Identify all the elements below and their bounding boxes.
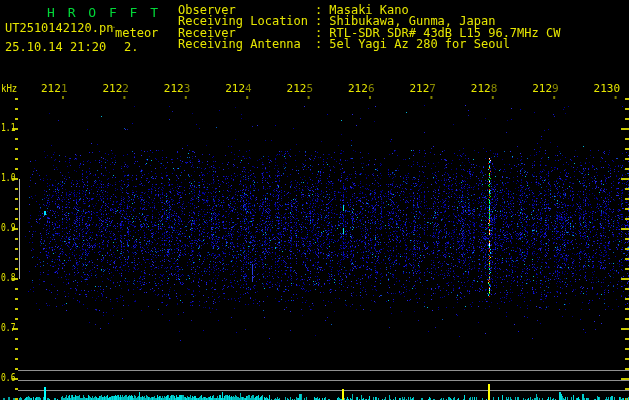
x-axis-label: 2125 <box>287 82 314 95</box>
x-axis-label: 2122 <box>102 82 129 95</box>
x-axis-label: 2130 <box>594 82 621 95</box>
observation-comment: meteor <box>115 26 158 40</box>
observation-datetime: 25.10.14 21:20 <box>5 40 106 54</box>
station-info-block: Observer:Masaki KanoReceiving Location:S… <box>178 5 560 51</box>
y-axis-label: 0.8 <box>1 272 15 283</box>
app-title: H R O F F T <box>47 5 161 20</box>
y-axis-label: 1.1 <box>1 122 15 133</box>
echo-count: 2. <box>124 40 138 54</box>
x-axis-label: 2128 <box>471 82 498 95</box>
x-axis-label: 2127 <box>409 82 436 95</box>
hrofft-window: H R O F F T UT2510142120.pn ‥ meteor 25.… <box>0 0 629 400</box>
station-info-value: 5el Yagi Az 280 for Seoul <box>322 37 510 51</box>
spectrogram-canvas <box>0 0 629 400</box>
station-info-row: Receiving Antenna:5el Yagi Az 280 for Se… <box>178 39 560 50</box>
x-axis-label: 2126 <box>348 82 375 95</box>
y-axis-label: 1.0 <box>1 172 15 183</box>
y-axis-label: 0.9 <box>1 222 15 233</box>
y-axis-label: 0.7 <box>1 322 15 333</box>
x-axis-label: 2121 <box>41 82 68 95</box>
y-axis-label: 0.6 <box>1 372 15 383</box>
x-axis-label: 2123 <box>164 82 191 95</box>
x-axis-label: 2129 <box>532 82 559 95</box>
station-info-label: Receiving Antenna <box>178 39 315 50</box>
x-axis-label: 2124 <box>225 82 252 95</box>
y-axis-unit: kHz <box>1 83 17 94</box>
output-filename: UT2510142120.pn <box>5 21 113 35</box>
